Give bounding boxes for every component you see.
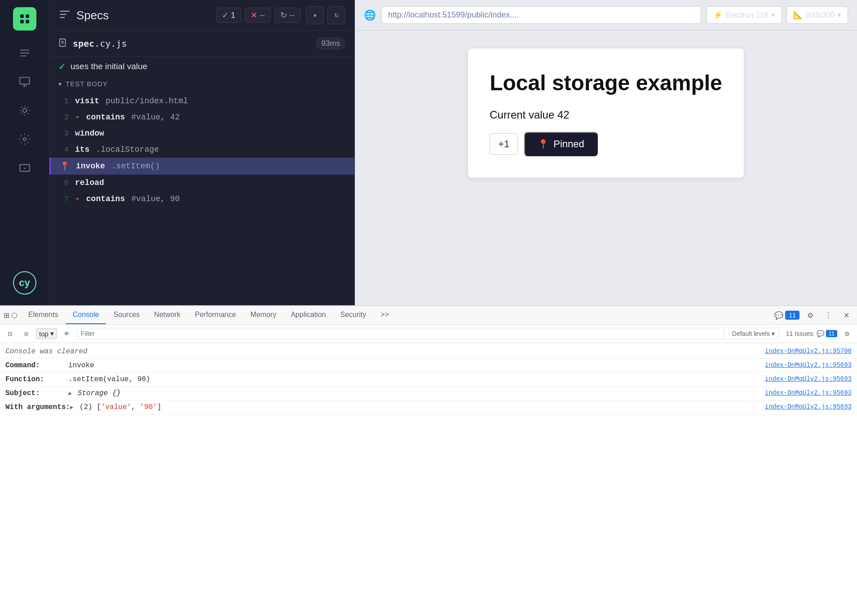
code-line-6[interactable]: 6 reload: [49, 175, 354, 191]
message-badge-container: 💬 11: [774, 311, 800, 320]
left-panel: Specs ✓ 1 ✕ -- ↻ -- ▾: [49, 0, 355, 305]
console-row-function: Function: .setItem(value, 90) index-DnMq…: [0, 373, 857, 387]
pinned-button[interactable]: 📍 Pinned: [524, 132, 598, 156]
pin-button-icon: 📍: [538, 139, 549, 150]
console-clear-button[interactable]: ⊘: [20, 327, 32, 340]
line-num-3: 3: [60, 129, 69, 138]
sidebar-item-specs[interactable]: [15, 43, 35, 63]
devtools-message-count: 11: [785, 311, 800, 320]
code-line-7[interactable]: 7 -contains #value, 90: [49, 191, 354, 207]
devtools-tab-grid-icon: ⊞: [4, 311, 9, 320]
svg-point-6: [22, 109, 27, 113]
svg-rect-3: [20, 77, 30, 84]
console-value-subject: ▶ Storage {}: [68, 389, 765, 397]
devtools-close-button[interactable]: ✕: [839, 308, 853, 322]
browser-name: Electron 118: [725, 11, 768, 20]
fail-icon: ✕: [251, 10, 257, 20]
tab-performance[interactable]: Performance: [188, 306, 243, 324]
test-body-text: TEST BODY: [66, 80, 108, 88]
console-link-function[interactable]: index-DnMqUly2.js:95693: [765, 375, 852, 383]
refresh-button[interactable]: ↻: [327, 6, 345, 24]
line-num-1: 1: [60, 97, 69, 106]
pinned-label: Pinned: [553, 138, 584, 150]
code-keyword-1: visit: [75, 97, 99, 106]
url-bar[interactable]: http://localhost:51599/public/index....: [381, 6, 701, 24]
spec-name-bold: spec: [73, 38, 94, 49]
test-body-label: ▾ TEST BODY: [58, 80, 345, 88]
console-label-command: Command:: [5, 361, 68, 370]
console-sidebar-button[interactable]: ⊟: [4, 327, 16, 340]
console-row-command: Command: invoke index-DnMqUly2.js:95693: [0, 359, 857, 373]
code-line-2[interactable]: 2 -contains #value, 42: [49, 109, 354, 125]
code-line-3[interactable]: 3 window: [49, 125, 354, 141]
console-eye-button[interactable]: 👁: [61, 327, 73, 340]
console-link-cleared[interactable]: index-DnMqUly2.js:95700: [765, 348, 852, 355]
console-label-subject: Subject:: [5, 389, 68, 397]
devtools-settings-button[interactable]: ⚙: [803, 308, 817, 322]
chevron-down-button[interactable]: ▾: [306, 6, 324, 24]
checkmark-icon: ✓: [222, 10, 229, 20]
args-triangle-icon[interactable]: ▶: [70, 405, 73, 411]
code-arg-5: .setItem(): [111, 162, 160, 171]
app-buttons: +1 📍 Pinned: [490, 132, 722, 156]
browser-selector[interactable]: ⚡ Electron 118 ▾: [707, 6, 782, 24]
sidebar-item-inspector[interactable]: [15, 72, 35, 92]
console-settings-button[interactable]: ⚙: [841, 327, 853, 340]
cypress-logo-circle[interactable]: cy: [13, 271, 36, 295]
sidebar-logo[interactable]: [13, 7, 36, 31]
console-value-function: .setItem(value, 90): [68, 375, 765, 383]
globe-icon: 🌐: [364, 9, 376, 21]
console-top-selector[interactable]: top ▾: [36, 328, 57, 339]
code-line-1[interactable]: 1 visit public/index.html: [49, 93, 354, 109]
collapse-icon[interactable]: ▾: [58, 80, 62, 88]
viewport-size: 200x200: [805, 11, 835, 20]
viewport-selector[interactable]: 📐 200x200 ▾: [786, 6, 848, 24]
tab-security[interactable]: Security: [333, 306, 373, 324]
sidebar-item-debugger[interactable]: [15, 101, 35, 120]
issues-message-icon: 💬: [817, 330, 824, 337]
viewport-icon: 📐: [793, 10, 803, 20]
app-card: Local storage example Current value 42 +…: [468, 48, 744, 178]
app-preview: Local storage example Current value 42 +…: [355, 31, 857, 305]
triangle-icon[interactable]: ▶: [68, 391, 71, 397]
header-badges: ✓ 1 ✕ -- ↻ --: [216, 8, 300, 23]
app-title: Local storage example: [490, 70, 722, 96]
tab-console[interactable]: Console: [66, 306, 106, 324]
specs-title: Specs: [76, 9, 109, 22]
sidebar-item-keyboard[interactable]: [15, 158, 35, 178]
pending-count: --: [289, 11, 295, 20]
browser-chevron-icon: ▾: [771, 10, 775, 20]
tab-application[interactable]: Application: [283, 306, 333, 324]
line-num-2: 2: [60, 113, 69, 122]
sidebar: cy: [0, 0, 49, 305]
console-value-red-1: 'value': [101, 403, 131, 411]
sidebar-item-settings[interactable]: [15, 129, 35, 149]
tab-elements[interactable]: Elements: [21, 306, 66, 324]
tab-memory[interactable]: Memory: [243, 306, 283, 324]
code-keyword-5: invoke: [76, 162, 105, 171]
console-content: Console was cleared index-DnMqUly2.js:95…: [0, 343, 857, 616]
console-filter-input[interactable]: [77, 328, 724, 339]
issues-label: 11 Issues: 💬 11: [786, 330, 837, 337]
code-line-5[interactable]: 📍 invoke .setItem(): [49, 158, 354, 175]
tab-network[interactable]: Network: [147, 306, 188, 324]
code-keyword-7: contains: [86, 194, 125, 203]
code-keyword-4: its: [75, 145, 89, 154]
default-levels-selector[interactable]: Default levels ▾: [728, 328, 779, 339]
console-value-red-2: '90': [140, 403, 157, 411]
console-link-with-arguments[interactable]: index-DnMqUly2.js:95693: [765, 403, 852, 410]
code-arg-1: public/index.html: [106, 97, 188, 106]
code-line-4[interactable]: 4 its .localStorage: [49, 141, 354, 158]
pass-badge: ✓ 1: [216, 8, 241, 23]
console-link-subject[interactable]: index-DnMqUly2.js:95693: [765, 389, 852, 396]
increment-button[interactable]: +1: [490, 133, 518, 155]
console-value-with-arguments: ▶ (2) ['value', '90']: [70, 403, 765, 411]
pending-badge: ↻ --: [274, 8, 300, 23]
viewport-chevron-icon: ▾: [837, 10, 841, 20]
tab-more[interactable]: >>: [373, 306, 396, 324]
spec-file-row: spec.cy.js 93ms: [49, 31, 354, 57]
tab-sources[interactable]: Sources: [106, 306, 147, 324]
devtools-more-button[interactable]: ⋮: [821, 308, 835, 322]
console-link-command[interactable]: index-DnMqUly2.js:95693: [765, 361, 852, 369]
issues-text: 11 Issues:: [786, 330, 815, 337]
